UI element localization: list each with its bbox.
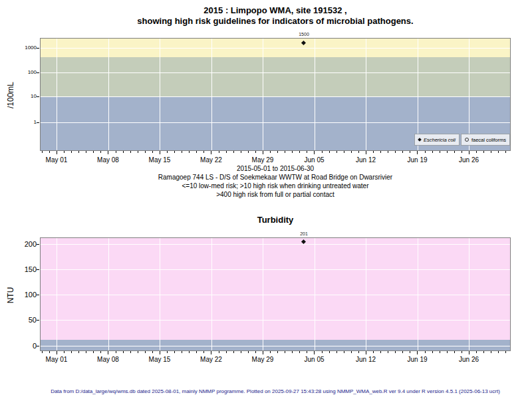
x-axis-tick	[241, 351, 241, 353]
x-axis-tick	[285, 351, 285, 353]
x-axis-tick	[505, 351, 506, 353]
x-tick-label: Jun 19	[396, 356, 439, 363]
x-axis-tick	[432, 351, 433, 353]
x-axis-tick	[86, 351, 86, 353]
x-axis-tick	[42, 351, 43, 353]
x-axis-tick	[203, 351, 204, 353]
x-axis-tick	[380, 351, 381, 353]
x-axis-tick	[219, 151, 219, 153]
plot-page: 2015 : Limpopo WMA, site 191532 , showin…	[0, 0, 532, 399]
x-axis-tick	[380, 151, 381, 153]
x-axis-tick	[57, 351, 57, 354]
y-axis-tick	[37, 122, 39, 123]
x-axis-tick	[86, 151, 86, 153]
x-axis-tick	[203, 151, 204, 153]
x-axis-tick	[160, 151, 160, 154]
x-axis-tick	[174, 351, 175, 353]
gridline-horizontal	[40, 320, 511, 321]
x-tick-label: May 29	[241, 156, 284, 164]
x-axis-tick	[78, 151, 79, 153]
legend-label-faecal-coliforms: faecal coliforms	[471, 137, 506, 143]
plot-footer: Data from D:/data_large/wq/wms.db dated …	[0, 388, 532, 394]
x-axis-tick	[270, 351, 271, 353]
x-tick-label: Jun 05	[293, 356, 336, 363]
x-axis-tick	[64, 351, 65, 353]
y-axis-tick	[37, 244, 39, 245]
x-tick-label: May 22	[190, 156, 233, 164]
x-axis-tick	[395, 351, 396, 353]
x-axis-tick	[498, 151, 499, 153]
x-axis-tick	[440, 351, 440, 353]
x-axis-tick	[226, 351, 227, 353]
x-axis-tick	[454, 351, 455, 353]
x-axis-tick	[263, 351, 263, 354]
x-axis-tick	[211, 151, 211, 154]
x-axis-tick	[189, 151, 190, 153]
x-axis-tick	[219, 351, 219, 353]
x-axis-tick	[447, 351, 448, 353]
x-axis-tick	[425, 351, 426, 353]
y-axis-tick	[37, 320, 39, 321]
x-axis-tick	[152, 151, 153, 153]
caption-site-description: Ramagoep 744 LS - D/S of Soekmekaar WWTW…	[9, 174, 532, 181]
x-axis-tick	[402, 351, 403, 353]
x-axis-tick	[366, 151, 366, 154]
gridline-vertical	[108, 38, 109, 151]
x-axis-tick	[123, 351, 124, 353]
x-axis-tick	[447, 151, 448, 153]
x-axis-tick	[152, 351, 153, 353]
x-axis-tick	[270, 151, 271, 153]
x-axis-tick	[42, 151, 43, 153]
x-axis-tick	[196, 151, 197, 153]
x-axis-tick	[167, 351, 168, 353]
x-axis-tick	[307, 351, 307, 353]
gridline-horizontal	[40, 96, 511, 97]
x-tick-label: Jun 12	[344, 156, 387, 164]
x-tick-label: May 01	[35, 356, 78, 363]
x-axis-tick	[145, 351, 146, 353]
x-axis-tick	[108, 351, 108, 354]
caption-date-range: 2015-05-01 to 2015-06-30	[9, 165, 532, 172]
x-tick-label: Jun 26	[448, 156, 490, 164]
x-axis-tick	[130, 151, 131, 153]
x-axis-tick	[285, 151, 285, 153]
x-axis-tick	[64, 151, 65, 153]
y-axis-tick	[37, 269, 39, 270]
x-axis-tick	[329, 351, 330, 353]
x-tick-label: May 01	[35, 156, 78, 164]
x-axis-tick	[182, 351, 182, 353]
x-axis-tick	[130, 351, 131, 353]
x-axis-tick	[100, 151, 101, 153]
x-tick-label: Jun 12	[344, 356, 387, 363]
x-axis-tick	[425, 151, 426, 153]
legend: Eschericia coli faecal coliforms	[414, 134, 510, 146]
x-axis-tick	[93, 351, 94, 353]
x-axis-tick	[358, 151, 359, 153]
x-axis-tick	[211, 351, 211, 354]
x-axis-tick	[292, 151, 293, 153]
x-axis-tick	[160, 351, 160, 354]
x-axis-tick	[248, 151, 249, 153]
x-axis-tick	[476, 351, 477, 353]
x-axis-tick	[226, 151, 227, 153]
x-axis-tick	[373, 351, 374, 353]
x-axis-tick	[454, 151, 455, 153]
x-tick-label: Jun 26	[448, 356, 490, 363]
x-axis-tick	[469, 351, 469, 354]
x-axis-tick	[476, 151, 477, 153]
x-axis-tick	[255, 151, 256, 153]
x-axis-tick	[277, 351, 278, 353]
gridline-horizontal	[40, 72, 511, 73]
gridline-horizontal	[40, 48, 511, 49]
x-axis-tick	[388, 351, 388, 353]
x-axis-tick	[299, 351, 300, 353]
x-axis-tick	[307, 151, 307, 153]
x-axis-tick	[182, 151, 182, 153]
x-axis-tick	[277, 151, 278, 153]
chart2-title: Turbidity	[9, 215, 532, 225]
x-axis-tick	[116, 151, 116, 153]
turbidity-plot-area: 200 150 100 50 0 NTU May 01 May 08 May 1…	[40, 237, 511, 351]
x-axis-tick	[71, 151, 72, 153]
gridline-vertical	[315, 38, 315, 151]
x-axis-tick	[248, 351, 249, 353]
